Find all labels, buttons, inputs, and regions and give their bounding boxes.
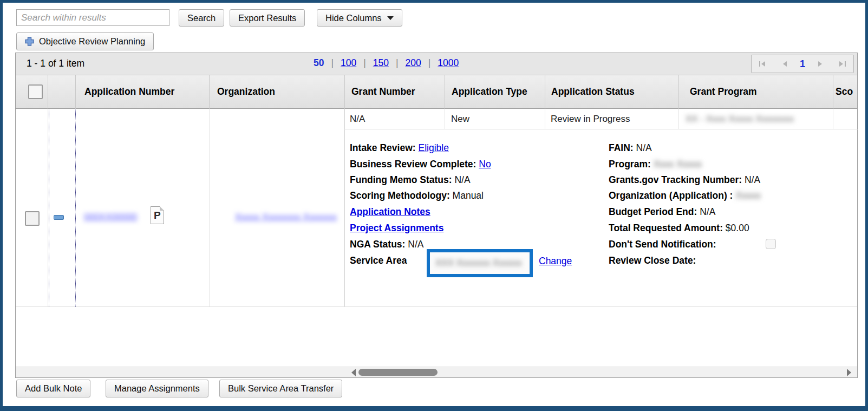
page-size-150[interactable]: 150 <box>373 57 389 69</box>
detail-business-review: Business Review Complete: No <box>350 159 491 170</box>
manage-assignments-button[interactable]: Manage Assignments <box>106 380 208 397</box>
cell-application-status: Review in Progress <box>551 114 630 125</box>
detail-intake-review: Intake Review: Eligible <box>350 142 449 154</box>
review-close-date-label: Review Close Date: <box>609 255 696 266</box>
service-area-highlight-box: XXX Xxxxxxx Xxxxxx <box>427 249 533 277</box>
expand-column-border <box>75 109 76 306</box>
separator: | <box>396 57 399 69</box>
total-requested-amount-value: $0.00 <box>726 223 749 233</box>
organization-link-redacted[interactable]: Xxxxx Xxxxxxxx Xxxxxxx <box>235 212 337 223</box>
pager: 1 <box>751 55 854 73</box>
separator: | <box>363 57 366 69</box>
page-size-selector: 50 | 100 | 150 | 200 | 1000 <box>314 57 459 69</box>
cell-grant-program-redacted: XX - Xxxx Xxxxx Xxxxxxxx <box>686 114 794 125</box>
funding-memo-label: Funding Memo Status: <box>350 174 452 185</box>
separator: | <box>331 57 334 69</box>
budget-period-end-value: N/A <box>700 206 715 217</box>
expand-column-border <box>49 109 49 306</box>
pagination-bar: 1 - 1 of 1 item 50 | 100 | 150 | 200 | 1… <box>16 53 857 75</box>
program-value-redacted: Xxxx Xxxxx <box>654 159 702 169</box>
next-page-icon[interactable] <box>813 57 827 70</box>
detail-review-close-date: Review Close Date: <box>609 255 696 266</box>
program-label: Program: <box>609 159 651 169</box>
scroll-left-icon[interactable] <box>351 369 356 376</box>
search-button[interactable]: Search <box>179 9 224 27</box>
prev-page-icon[interactable] <box>778 57 792 70</box>
scoring-methodology-value: Manual <box>453 190 484 201</box>
detail-nga-status: NGA Status: N/A <box>350 239 423 250</box>
intake-review-label: Intake Review: <box>350 142 416 153</box>
scrollbar-thumb[interactable] <box>358 369 438 376</box>
intake-review-eligible-link[interactable]: Eligible <box>418 142 448 153</box>
funding-memo-value: N/A <box>454 174 470 185</box>
budget-period-end-label: Budget Period End: <box>609 206 697 217</box>
detail-fain: FAIN: N/A <box>609 142 652 154</box>
application-number-link-redacted[interactable]: 000XX00000 <box>84 212 137 223</box>
detail-tracking-number: Grants.gov Tracking Number: N/A <box>609 174 760 186</box>
nga-status-value: N/A <box>408 239 423 250</box>
column-header-application-number: Application Number <box>84 86 174 97</box>
objective-review-planning-label: Objective Review Planning <box>39 36 145 47</box>
project-assignments-link[interactable]: Project Assignments <box>350 223 443 233</box>
scoring-methodology-label: Scoring Methodology: <box>350 190 450 201</box>
detail-total-requested-amount: Total Requested Amount: $0.00 <box>609 223 749 234</box>
service-area-label: Service Area <box>350 255 407 266</box>
column-header-score-truncated: Sco <box>836 86 853 97</box>
last-page-icon[interactable] <box>836 57 850 70</box>
select-all-checkbox[interactable] <box>28 84 43 99</box>
item-count: 1 - 1 of 1 item <box>27 58 84 69</box>
cell-grant-number: N/A <box>350 114 365 125</box>
detail-program: Program: Xxxx Xxxxx <box>609 159 702 170</box>
separator: | <box>428 57 431 69</box>
nga-status-label: NGA Status: <box>350 239 405 250</box>
cell-application-type: New <box>451 114 469 125</box>
detail-service-area: Service Area <box>350 255 407 266</box>
tracking-number-value: N/A <box>745 174 760 185</box>
hide-columns-button[interactable]: Hide Columns <box>317 9 402 27</box>
column-header-grant-program: Grant Program <box>690 86 757 97</box>
column-header-grant-number: Grant Number <box>351 86 415 97</box>
detail-funding-memo: Funding Memo Status: N/A <box>350 174 471 186</box>
service-area-value-redacted: XXX Xxxxxxx Xxxxxx <box>435 258 522 269</box>
app-window: Search Export Results Hide Columns Objec… <box>0 0 868 411</box>
page-size-100[interactable]: 100 <box>341 57 356 69</box>
business-review-no-link[interactable]: No <box>479 159 491 169</box>
detail-dont-send-notification: Don't Send Notification: <box>609 239 716 250</box>
organization-application-value-redacted: Xxxxx <box>735 190 761 201</box>
chevron-down-icon <box>387 16 394 20</box>
current-page: 1 <box>800 58 805 70</box>
total-requested-amount-label: Total Requested Amount: <box>609 223 723 233</box>
search-input[interactable] <box>16 9 169 26</box>
fain-value: N/A <box>636 142 652 153</box>
column-header-organization: Organization <box>217 86 275 97</box>
horizontal-scrollbar[interactable] <box>16 367 857 377</box>
objective-review-planning-button[interactable]: Objective Review Planning <box>16 32 154 50</box>
collapse-row-button[interactable] <box>54 215 64 220</box>
page-size-1000[interactable]: 1000 <box>438 57 459 69</box>
tracking-number-label: Grants.gov Tracking Number: <box>609 174 742 185</box>
plus-icon <box>25 37 34 46</box>
column-header-application-status: Application Status <box>551 86 635 97</box>
hide-columns-label: Hide Columns <box>325 13 382 23</box>
add-bulk-note-button[interactable]: Add Bulk Note <box>16 380 90 397</box>
fain-label: FAIN: <box>609 142 634 153</box>
dont-send-notification-checkbox[interactable] <box>766 239 776 249</box>
service-area-change-link[interactable]: Change <box>539 256 572 267</box>
bulk-service-area-transfer-button[interactable]: Bulk Service Area Transfer <box>219 380 342 397</box>
detail-scoring-methodology: Scoring Methodology: Manual <box>350 190 484 201</box>
scroll-right-icon[interactable] <box>847 369 851 376</box>
organization-application-label: Organization (Application) : <box>609 190 733 201</box>
export-results-button[interactable]: Export Results <box>230 9 305 27</box>
page-size-200[interactable]: 200 <box>406 57 421 69</box>
p-badge-letter: P <box>154 210 161 221</box>
detail-organization-application: Organization (Application) : Xxxxx <box>609 190 761 201</box>
first-page-icon[interactable] <box>755 57 769 70</box>
p-document-icon[interactable]: P <box>151 206 164 224</box>
column-header-application-type: Application Type <box>452 86 527 97</box>
page-size-50[interactable]: 50 <box>314 57 324 69</box>
table-header: Application Number Organization Grant Nu… <box>16 75 857 109</box>
application-notes-link[interactable]: Application Notes <box>350 206 430 217</box>
detail-budget-period-end: Budget Period End: N/A <box>609 206 715 218</box>
row-checkbox[interactable] <box>25 211 40 226</box>
business-review-label: Business Review Complete: <box>350 159 476 169</box>
